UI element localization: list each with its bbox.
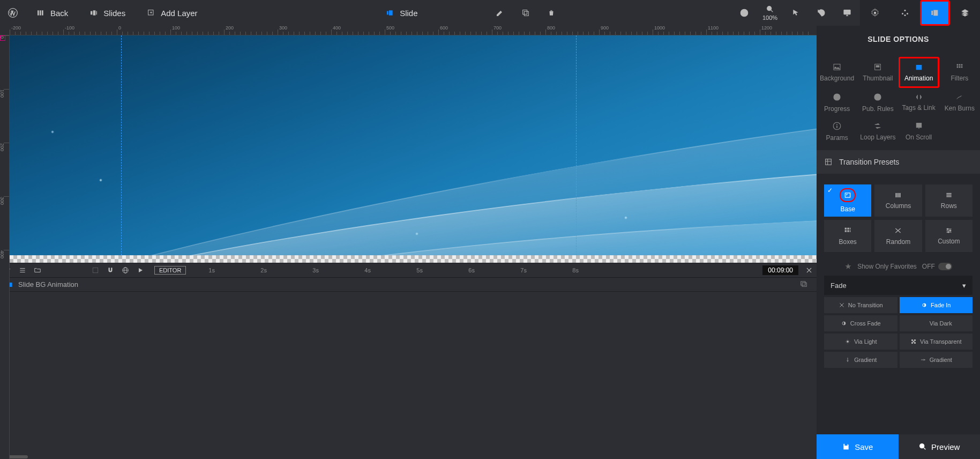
settings-tab[interactable] [860,0,890,26]
top-toolbar: Back Slides Add Layer Slide 100% [0,0,980,26]
svg-rect-32 [957,64,959,66]
svg-point-17 [904,10,906,11]
svg-point-16 [874,12,877,14]
option-thumbnail[interactable]: Thumbnail [857,57,898,88]
svg-point-20 [904,14,906,16]
transition-presets-header: Transition Presets [817,150,980,174]
add-layer-button[interactable]: Add Layer [136,0,208,26]
svg-rect-51 [946,196,951,197]
svg-rect-22 [933,10,938,16]
fade-gradient-2[interactable]: Gradient [900,352,973,368]
svg-point-13 [744,14,744,15]
option-params[interactable]: Params [817,117,857,146]
horizontal-scrollbar[interactable] [0,455,817,459]
slides-label: Slides [103,9,125,18]
svg-point-18 [902,13,903,14]
svg-rect-21 [931,11,933,15]
back-button[interactable]: Back [26,0,79,26]
undo-icon[interactable] [809,0,834,26]
option-background[interactable]: Background [817,57,857,88]
fade-via-dark[interactable]: Via Dark [900,315,973,331]
track-label: Slide BG Animation [18,280,78,288]
play-icon[interactable] [133,263,148,278]
magnet-icon[interactable] [103,263,118,278]
option-animation[interactable]: Animation [899,57,939,88]
fade-group-header[interactable]: Fade ▾ [824,276,972,295]
preset-custom[interactable]: Custom [925,220,972,252]
guide-line[interactable] [121,35,122,255]
check-icon: ✓ [827,187,833,194]
zoom-label: 100% [762,14,777,21]
svg-rect-15 [844,10,850,14]
star-icon [844,263,852,270]
option-ken-burns[interactable]: Ken Burns [939,88,980,117]
option-tags-link[interactable]: Tags & Link [899,88,939,117]
back-label: Back [50,9,68,18]
fade-gradient-1[interactable]: Gradient [824,352,897,368]
edit-icon[interactable] [487,0,513,26]
favorites-toggle[interactable]: OFF [922,263,952,270]
navigation-tab[interactable] [890,0,920,26]
svg-rect-45 [845,193,850,197]
preset-rows[interactable]: Rows [925,184,972,217]
editor-mode-badge[interactable]: EDITOR [154,266,186,275]
preview-button[interactable]: Preview [899,434,981,459]
delete-icon[interactable] [538,0,564,26]
vertical-ruler: 0100200300400 [0,35,10,459]
timeline-track[interactable]: Slide BG Animation [0,278,817,292]
svg-rect-54 [850,228,850,230]
svg-point-58 [947,228,948,230]
svg-point-41 [836,124,837,125]
track-folder-icon[interactable] [799,280,812,289]
folder-icon[interactable] [30,263,45,278]
fade-via-transparent[interactable]: Via Transparent [900,334,973,350]
svg-point-63 [847,340,849,343]
option-on-scroll[interactable]: On Scroll [899,117,939,146]
option-filters[interactable]: Filters [939,57,980,88]
option-progress[interactable]: Progress [817,88,857,117]
fade-fade-in[interactable]: Fade In [900,297,973,313]
fade-no-transition[interactable]: No Transition [824,297,897,313]
add-layer-label: Add Layer [161,9,197,18]
favorites-label: Show Only Favorites [857,263,917,270]
fade-cross-fade[interactable]: Cross Fade [824,315,897,331]
timeline: EDITOR 1s2s3s4s5s6s7s8s 00:09:00 Slide B… [0,263,817,455]
duplicate-icon[interactable] [513,0,538,26]
svg-rect-68 [914,342,916,344]
preview-desktop-icon[interactable]: ▾ [834,0,860,26]
svg-point-19 [907,13,908,14]
help-icon[interactable] [731,0,757,26]
grid-snap-icon[interactable] [88,263,103,278]
preset-base[interactable]: ✓ Base [824,184,871,217]
slide-options-tab[interactable] [920,0,950,26]
option-loop-layers[interactable]: Loop Layers [857,117,898,146]
preset-boxes[interactable]: Boxes [824,220,871,252]
svg-rect-23 [93,268,98,272]
list-icon[interactable] [15,263,30,278]
fade-via-light[interactable]: Via Light [824,334,897,350]
slide-canvas[interactable] [10,35,817,255]
zoom-control[interactable]: 100% [757,0,783,26]
timeline-close-icon[interactable] [802,266,817,274]
svg-rect-5 [93,10,96,15]
globe-icon[interactable] [118,263,133,278]
svg-rect-49 [946,193,951,194]
svg-rect-11 [525,11,529,16]
guide-line[interactable] [576,35,577,255]
slide-button[interactable]: Slide [375,0,428,26]
cursor-icon[interactable] [783,0,809,26]
layers-tab[interactable] [950,0,980,26]
svg-rect-6 [96,11,97,15]
option-pub-rules[interactable]: Pub. Rules [857,88,898,117]
slides-button[interactable]: Slides [79,0,136,26]
wordpress-logo-icon[interactable] [0,0,26,26]
slide-label: Slide [400,9,417,18]
origin-marker [0,35,5,41]
svg-rect-46 [896,193,897,197]
svg-point-14 [767,6,772,11]
save-button[interactable]: Save [817,434,899,459]
svg-rect-56 [847,230,849,232]
svg-rect-55 [845,230,847,232]
preset-columns[interactable]: Columns [874,184,922,217]
preset-random[interactable]: Random [874,220,922,252]
